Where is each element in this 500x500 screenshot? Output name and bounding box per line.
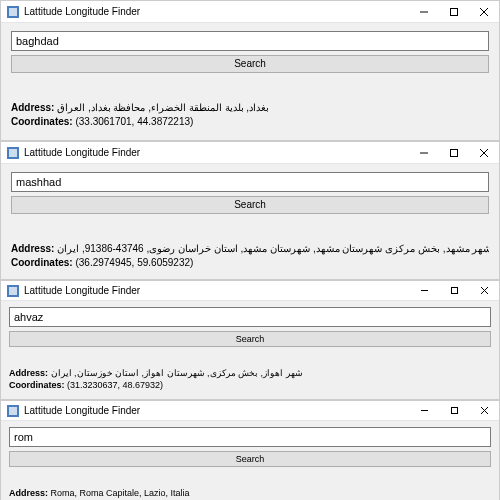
app-window: Lattitude Longitude Finder Search Addres…	[0, 400, 500, 500]
search-input[interactable]	[9, 307, 491, 327]
address-label: Address:	[9, 488, 48, 498]
minimize-button[interactable]	[409, 142, 439, 163]
client-area: Search Address: بغداد, بلدية المنطقة الخ…	[1, 23, 499, 140]
close-button[interactable]	[469, 281, 499, 300]
svg-rect-21	[451, 408, 457, 414]
app-icon	[7, 6, 19, 18]
coordinates-line: Coordinates: (36.2974945, 59.6059232)	[11, 256, 489, 270]
svg-rect-1	[9, 8, 17, 16]
search-button[interactable]: Search	[9, 331, 491, 347]
search-button[interactable]: Search	[11, 196, 489, 214]
titlebar: Lattitude Longitude Finder	[1, 142, 499, 164]
window-controls	[409, 1, 499, 22]
app-icon	[7, 147, 19, 159]
coordinates-label: Coordinates:	[11, 116, 73, 127]
window-controls	[409, 401, 499, 420]
search-button[interactable]: Search	[9, 451, 491, 467]
result-block: Address: شهر اهواز, بخش مرکزی, شهرستان ا…	[9, 367, 491, 391]
coordinates-value: (33.3061701, 44.3872213)	[75, 116, 193, 127]
coordinates-line: Coordinates: (31.3230637, 48.67932)	[9, 379, 491, 391]
address-value: Roma, Roma Capitale, Lazio, Italia	[51, 488, 190, 498]
client-area: Search Address: Roma, Roma Capitale, Laz…	[1, 421, 499, 500]
close-button[interactable]	[469, 142, 499, 163]
address-label: Address:	[9, 368, 48, 378]
maximize-button[interactable]	[439, 281, 469, 300]
maximize-button[interactable]	[439, 1, 469, 22]
window-title: Lattitude Longitude Finder	[24, 405, 409, 416]
window-title: Lattitude Longitude Finder	[24, 285, 409, 296]
close-button[interactable]	[469, 401, 499, 420]
app-window: Lattitude Longitude Finder Search Addres…	[0, 141, 500, 280]
minimize-button[interactable]	[409, 281, 439, 300]
close-button[interactable]	[469, 1, 499, 22]
maximize-button[interactable]	[439, 142, 469, 163]
coordinates-label: Coordinates:	[11, 257, 73, 268]
result-block: Address: مشهد, شهر مشهد, بخش مرکزی شهرست…	[11, 242, 489, 269]
titlebar: Lattitude Longitude Finder	[1, 281, 499, 301]
search-input[interactable]	[9, 427, 491, 447]
svg-rect-13	[9, 287, 17, 295]
app-icon	[7, 285, 19, 297]
address-value: شهر اهواز, بخش مرکزی, شهرستان اهواز, است…	[51, 368, 303, 378]
app-window: Lattitude Longitude Finder Search Addres…	[0, 280, 500, 400]
app-icon	[7, 405, 19, 417]
search-input[interactable]	[11, 172, 489, 192]
minimize-button[interactable]	[409, 1, 439, 22]
client-area: Search Address: شهر اهواز, بخش مرکزی, شه…	[1, 301, 499, 399]
coordinates-value: (31.3230637, 48.67932)	[67, 380, 163, 390]
coordinates-label: Coordinates:	[9, 380, 65, 390]
result-block: Address: Roma, Roma Capitale, Lazio, Ita…	[9, 487, 491, 500]
address-label: Address:	[11, 243, 54, 254]
window-controls	[409, 142, 499, 163]
window-title: Lattitude Longitude Finder	[24, 6, 409, 17]
svg-rect-7	[9, 149, 17, 157]
address-value: بغداد, بلدية المنطقة الخضراء, محافظة بغد…	[57, 102, 269, 113]
address-line: Address: Roma, Roma Capitale, Lazio, Ita…	[9, 487, 491, 499]
svg-rect-15	[451, 288, 457, 294]
titlebar: Lattitude Longitude Finder	[1, 401, 499, 421]
titlebar: Lattitude Longitude Finder	[1, 1, 499, 23]
search-button[interactable]: Search	[11, 55, 489, 73]
window-title: Lattitude Longitude Finder	[24, 147, 409, 158]
minimize-button[interactable]	[409, 401, 439, 420]
svg-rect-19	[9, 407, 17, 415]
address-label: Address:	[11, 102, 54, 113]
coordinates-value: (36.2974945, 59.6059232)	[75, 257, 193, 268]
app-window: Lattitude Longitude Finder Search Addres…	[0, 0, 500, 141]
svg-rect-3	[451, 8, 458, 15]
coordinates-line: Coordinates: (33.3061701, 44.3872213)	[11, 115, 489, 129]
result-block: Address: بغداد, بلدية المنطقة الخضراء, م…	[11, 101, 489, 128]
search-input[interactable]	[11, 31, 489, 51]
svg-rect-9	[451, 149, 458, 156]
maximize-button[interactable]	[439, 401, 469, 420]
address-line: Address: شهر اهواز, بخش مرکزی, شهرستان ا…	[9, 367, 491, 379]
address-value: مشهد, شهر مشهد, بخش مرکزی شهرستان مشهد, …	[57, 243, 489, 254]
address-line: Address: بغداد, بلدية المنطقة الخضراء, م…	[11, 101, 489, 115]
address-line: Address: مشهد, شهر مشهد, بخش مرکزی شهرست…	[11, 242, 489, 256]
window-controls	[409, 281, 499, 300]
client-area: Search Address: مشهد, شهر مشهد, بخش مرکز…	[1, 164, 499, 279]
